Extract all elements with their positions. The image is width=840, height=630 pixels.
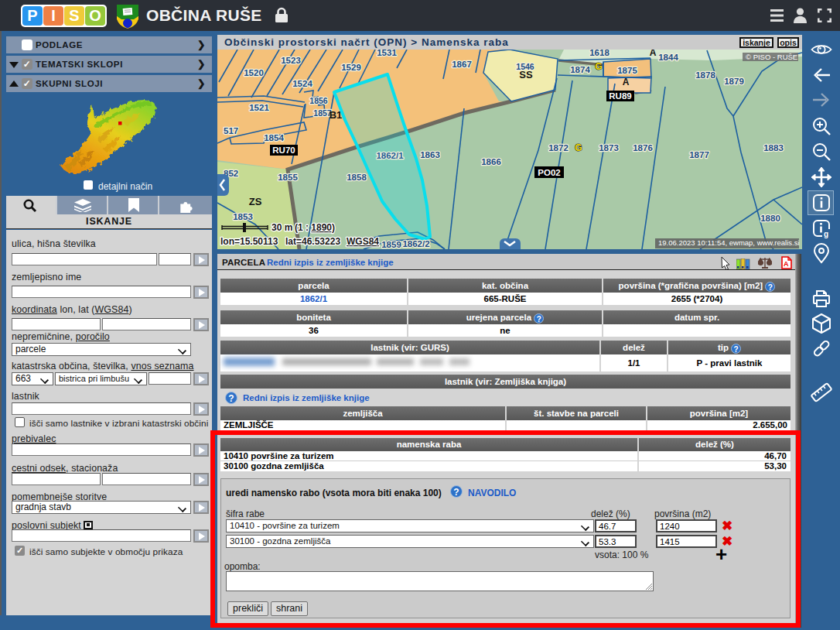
svg-text:1862/2: 1862/2 — [402, 239, 429, 248]
svg-text:(1 : 1890): (1 : 1890) — [295, 222, 335, 233]
svg-text:1862/1: 1862/1 — [376, 151, 404, 160]
svg-text:1875: 1875 — [617, 66, 637, 75]
svg-text:517: 517 — [224, 126, 238, 135]
svg-text:1618: 1618 — [589, 50, 610, 57]
svg-text:1883: 1883 — [763, 143, 784, 152]
svg-text:1878: 1878 — [695, 70, 715, 80]
svg-text:© PISO - RUŠE: © PISO - RUŠE — [746, 53, 797, 61]
svg-text:1863: 1863 — [420, 150, 440, 159]
svg-text:1531: 1531 — [377, 50, 397, 57]
svg-text:G: G — [595, 61, 602, 72]
svg-text:30 m: 30 m — [271, 222, 292, 233]
svg-text:1880: 1880 — [760, 214, 780, 223]
svg-text:1520: 1520 — [244, 68, 264, 77]
svg-text:1879: 1879 — [724, 77, 744, 86]
svg-text:19.06.2023 10:11:54, ewmap, ww: 19.06.2023 10:11:54, ewmap, www.realis.s… — [658, 238, 800, 247]
svg-text:1873: 1873 — [599, 143, 619, 152]
svg-text:ZS: ZS — [249, 196, 262, 207]
svg-text:g: g — [824, 230, 828, 238]
svg-text:1521: 1521 — [249, 103, 269, 112]
svg-text:1858: 1858 — [347, 173, 367, 182]
svg-text:1876: 1876 — [633, 143, 653, 152]
svg-text:WGS84: WGS84 — [347, 236, 379, 247]
svg-text:1529: 1529 — [341, 63, 361, 72]
svg-text:RU70: RU70 — [272, 146, 295, 155]
svg-text:1874: 1874 — [570, 65, 590, 74]
svg-text:1877: 1877 — [689, 150, 709, 159]
svg-text:1523: 1523 — [281, 56, 301, 65]
svg-text:1872: 1872 — [548, 143, 569, 152]
svg-text:1856: 1856 — [309, 96, 328, 105]
svg-text:1855: 1855 — [278, 173, 298, 182]
svg-text:1524: 1524 — [292, 79, 312, 88]
svg-text:A: A — [623, 77, 630, 87]
svg-text:lon=15.50113: lon=15.50113 — [220, 236, 278, 247]
svg-text:PO02: PO02 — [538, 168, 560, 177]
svg-text:A: A — [650, 50, 657, 58]
svg-text:SS: SS — [519, 69, 533, 80]
svg-text:1866: 1866 — [481, 157, 501, 166]
svg-text:G: G — [575, 142, 582, 153]
svg-text:B1: B1 — [330, 109, 343, 121]
svg-text:1844: 1844 — [658, 53, 678, 62]
svg-text:1867: 1867 — [452, 60, 472, 69]
svg-text:1854: 1854 — [264, 133, 284, 142]
svg-text:1859: 1859 — [381, 240, 401, 249]
svg-text:1853: 1853 — [233, 212, 253, 221]
svg-text:A: A — [784, 260, 789, 268]
svg-text:lat=46.53223: lat=46.53223 — [285, 236, 340, 247]
svg-text:RU89: RU89 — [609, 91, 631, 101]
